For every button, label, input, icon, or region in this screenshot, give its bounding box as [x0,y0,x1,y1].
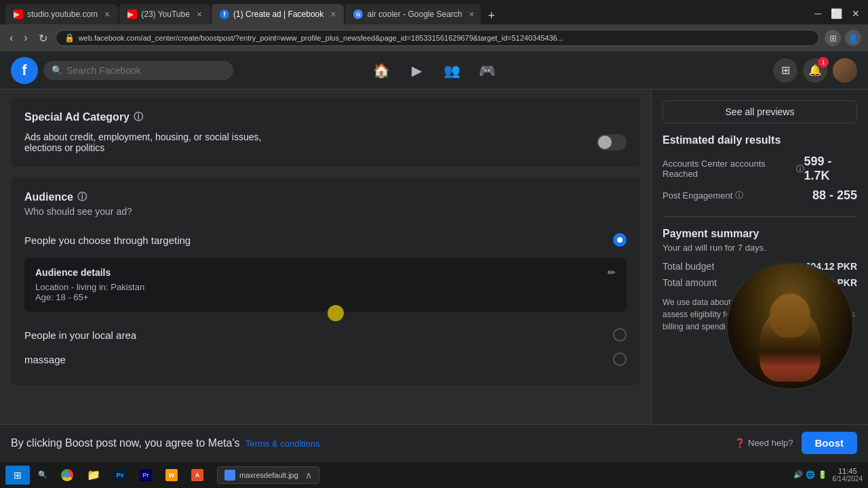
audience-local-radio[interactable] [613,328,627,342]
system-tray: 🔊 🌐 🔋 [793,470,827,479]
tab-bar: ▶ studio.youtube.com × ▶ (23) YouTube × … [0,0,868,24]
notification-count: 1 [818,57,829,68]
taskbar-pr[interactable]: Pr [134,466,157,485]
audience-details-title: Audience details [35,267,144,278]
special-ad-toggle[interactable] [597,134,627,150]
left-panel: Special Ad Category ⓘ Ads about credit, … [0,89,651,424]
audience-title: Audience ⓘ [24,191,627,203]
audience-section: Audience ⓘ Who should see your ad? Peopl… [11,178,640,385]
post-engagement-info-icon[interactable]: ⓘ [735,190,743,201]
tray-icon-1: 🔊 [793,470,803,479]
fb-nav-center: 🏠 ▶ 👥 🎮 [365,54,503,87]
tab-close-google[interactable]: × [469,9,475,20]
search-input[interactable] [66,65,202,76]
facebook-logo[interactable]: f [11,57,38,84]
maximize-button[interactable]: ⬜ [828,5,845,22]
search-icon: 🔍 [52,65,62,75]
time-display: 11:45 [838,467,857,475]
tab-close-yt-main[interactable]: × [197,9,202,20]
fb-nav-right: ⊞ 🔔 1 [773,58,857,83]
help-icon: ❓ [734,438,745,448]
taskbar: ⊞ 🔍 📁 Ps Pr W A maxresdefault.jpg ∧ [0,461,868,488]
taskbar-app1[interactable]: W [160,466,183,485]
gaming-nav-icon[interactable]: 🎮 [471,54,503,87]
facebook-navbar: f 🔍 🏠 ▶ 👥 🎮 ⊞ 🔔 1 [0,52,868,89]
audience-info-icon[interactable]: ⓘ [77,191,87,203]
taskbar-search[interactable]: 🔍 [33,466,53,485]
minimize-button[interactable]: ─ [812,5,824,22]
notifications-button[interactable]: 🔔 1 [803,58,827,83]
estimated-results-section: Estimated daily results Accounts Center … [663,134,857,203]
post-engagement-value: 88 - 255 [812,188,857,203]
audience-massage-label: massage [24,354,66,365]
folder-icon: 📁 [87,468,100,481]
bottom-bar: By clicking Boost post now, you agree to… [0,424,868,461]
url-text: web.facebook.com/ad_center/create/boostp… [79,34,564,42]
special-ad-info-icon[interactable]: ⓘ [134,111,143,123]
video-nav-icon[interactable]: ▶ [400,54,433,87]
payment-desc: Your ad will run for 7 days. [663,243,857,253]
audience-option-local[interactable]: People in your local area [24,323,627,347]
close-button[interactable]: ✕ [849,5,863,22]
tab-yt-studio[interactable]: ▶ studio.youtube.com × [5,4,118,24]
payment-title: Payment summary [663,228,857,240]
audience-edit-icon[interactable]: ✏ [608,267,616,278]
tab-close-yt-studio[interactable]: × [104,9,110,20]
clock: 11:45 6/14/2024 [833,467,863,483]
tab-yt-main[interactable]: ▶ (23) YouTube × [119,4,210,24]
special-ad-toggle-label: Ads about credit, employment, housing, o… [24,131,262,153]
tab-close-fb-ad[interactable]: × [330,9,336,20]
extensions-icon[interactable]: ⊞ [825,30,841,46]
terms-link[interactable]: Terms & conditions [245,439,320,449]
forward-button[interactable]: › [21,29,30,47]
chrome-icon [61,469,73,481]
friends-nav-icon[interactable]: 👥 [435,54,468,87]
tab-favicon-google: G [353,9,363,19]
facebook-search-bar[interactable]: 🔍 [43,61,233,80]
audience-massage-radio[interactable] [613,352,627,366]
terms-prefix: By clicking Boost post now, you agree to… [11,437,239,449]
date-display: 6/14/2024 [833,475,863,483]
bottom-right-actions: ❓ Need help? Boost [734,432,857,454]
tab-google[interactable]: G air cooler - Google Search × [345,4,481,24]
start-button[interactable]: ⊞ [5,466,30,485]
audience-option-massage[interactable]: massage [24,347,627,371]
audience-subtitle: Who should see your ad? [24,206,627,217]
taskbar-file-explorer[interactable]: 📁 [81,466,106,485]
accounts-reached-label: Accounts Center accounts Reached ⓘ [663,159,804,179]
taskbar-app2[interactable]: A [186,466,209,485]
tab-fb-ad[interactable]: f (1) Create ad | Facebook × [212,4,344,24]
need-help-button[interactable]: ❓ Need help? [734,438,793,448]
taskbar-ps[interactable]: Ps [108,466,132,485]
address-bar[interactable]: 🔒 web.facebook.com/ad_center/create/boos… [56,30,819,46]
tray-icon-2: 🌐 [806,470,815,479]
profile-icon[interactable]: 👤 [845,30,861,46]
toggle-thumb [598,136,612,149]
user-avatar[interactable] [833,58,857,83]
photoshop-icon: Ps [114,469,126,481]
special-ad-category-section: Special Ad Category ⓘ Ads about credit, … [11,98,640,167]
audience-local-label: People in your local area [24,329,136,341]
see-all-previews-button[interactable]: See all previews [663,100,857,123]
accounts-reached-value: 599 - 1.7K [804,155,857,183]
boost-button[interactable]: Boost [802,432,858,454]
file-icon [224,470,235,481]
back-button[interactable]: ‹ [7,29,16,47]
audience-targeting-radio[interactable] [613,233,627,247]
apps-button[interactable]: ⊞ [773,58,797,83]
file-name: maxresdefault.jpg [239,471,298,479]
home-nav-icon[interactable]: 🏠 [365,54,397,87]
tab-label-google: air cooler - Google Search [367,9,462,19]
post-engagement-label: Post Engagement ⓘ [663,190,743,201]
download-file-bar[interactable]: maxresdefault.jpg ∧ [217,466,319,484]
tab-favicon-yt-studio: ▶ [14,9,23,19]
reload-button[interactable]: ↻ [36,29,50,47]
audience-option-targeting[interactable]: People you choose through targeting [24,228,627,252]
tab-label-fb-ad: (1) Create ad | Facebook [233,9,323,19]
accounts-info-icon[interactable]: ⓘ [796,163,804,175]
new-tab-button[interactable]: + [482,9,500,23]
post-engagement-row: Post Engagement ⓘ 88 - 255 [663,188,857,203]
file-close-icon[interactable]: ∧ [305,470,312,481]
audience-targeting-label: People you choose through targeting [24,235,191,246]
taskbar-chrome[interactable] [56,466,79,485]
